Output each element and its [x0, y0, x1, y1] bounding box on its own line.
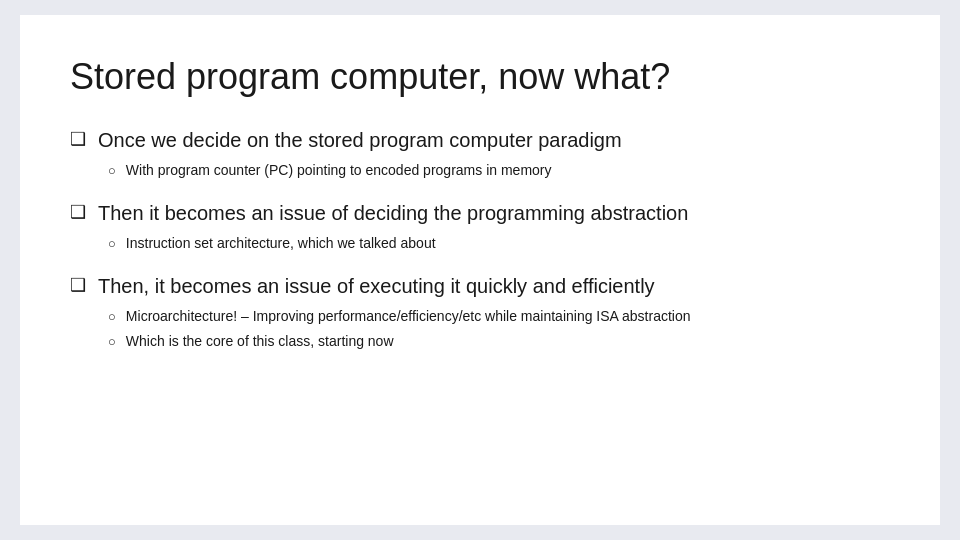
bullet-group-2: ❑ Then it becomes an issue of deciding t…: [70, 199, 890, 254]
bullet-main-text-2: Then it becomes an issue of deciding the…: [98, 199, 688, 227]
bullet-icon-3: ❑: [70, 274, 86, 296]
slide-title: Stored program computer, now what?: [70, 55, 890, 98]
bullet-main-text-1: Once we decide on the stored program com…: [98, 126, 622, 154]
slide: Stored program computer, now what? ❑ Onc…: [20, 15, 940, 525]
bullet-main-1: ❑ Once we decide on the stored program c…: [70, 126, 890, 154]
sub-bullet-icon-3a: ○: [108, 309, 116, 324]
bullet-main-2: ❑ Then it becomes an issue of deciding t…: [70, 199, 890, 227]
content-area: ❑ Once we decide on the stored program c…: [70, 126, 890, 352]
sub-bullet-2a: ○ Instruction set architecture, which we…: [108, 233, 890, 254]
bullet-main-3: ❑ Then, it becomes an issue of executing…: [70, 272, 890, 300]
sub-bullet-text-2a: Instruction set architecture, which we t…: [126, 233, 436, 254]
sub-bullet-1a: ○ With program counter (PC) pointing to …: [108, 160, 890, 181]
sub-bullet-3b: ○ Which is the core of this class, start…: [108, 331, 890, 352]
bullet-group-1: ❑ Once we decide on the stored program c…: [70, 126, 890, 181]
sub-bullet-icon-1a: ○: [108, 163, 116, 178]
sub-bullet-text-1a: With program counter (PC) pointing to en…: [126, 160, 552, 181]
sub-bullet-icon-2a: ○: [108, 236, 116, 251]
bullet-icon-1: ❑: [70, 128, 86, 150]
bullet-group-3: ❑ Then, it becomes an issue of executing…: [70, 272, 890, 352]
sub-bullet-text-3b: Which is the core of this class, startin…: [126, 331, 394, 352]
sub-bullet-icon-3b: ○: [108, 334, 116, 349]
sub-bullets-1: ○ With program counter (PC) pointing to …: [108, 160, 890, 181]
bullet-icon-2: ❑: [70, 201, 86, 223]
sub-bullet-3a: ○ Microarchitecture! – Improving perform…: [108, 306, 890, 327]
sub-bullets-2: ○ Instruction set architecture, which we…: [108, 233, 890, 254]
sub-bullet-text-3a: Microarchitecture! – Improving performan…: [126, 306, 691, 327]
bullet-main-text-3: Then, it becomes an issue of executing i…: [98, 272, 655, 300]
sub-bullets-3: ○ Microarchitecture! – Improving perform…: [108, 306, 890, 352]
